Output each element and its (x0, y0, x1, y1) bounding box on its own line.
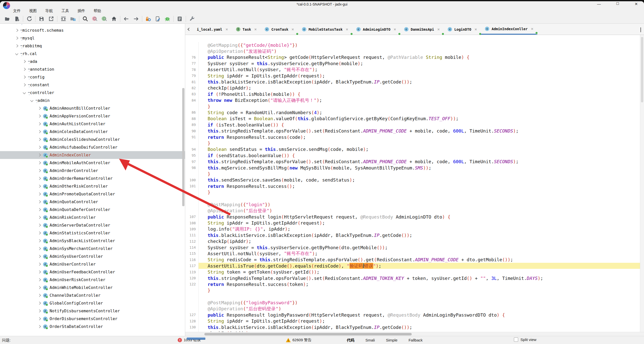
menu-item-1[interactable]: 文件 (13, 9, 21, 13)
tree-item-GlobalConfigController[interactable]: cGlobalConfigController (0, 299, 185, 307)
packages-view-icon[interactable] (68, 15, 78, 23)
expand-chevron-icon[interactable] (38, 169, 41, 172)
expand-chevron-icon[interactable] (38, 231, 41, 235)
tab-close-icon[interactable]: × (346, 27, 348, 32)
tree-item-config[interactable]: config (0, 73, 185, 81)
tree-item-AdminRiskController[interactable]: cAdminRiskController (0, 213, 185, 221)
expand-chevron-icon[interactable] (38, 138, 41, 141)
expand-chevron-icon[interactable] (38, 177, 41, 180)
expand-chevron-icon[interactable] (38, 192, 41, 196)
expand-chevron-icon[interactable] (38, 130, 41, 133)
tree-item-OrderStaDataController[interactable]: cOrderStaDataController (0, 323, 185, 330)
menu-item-2[interactable]: 视图 (29, 9, 37, 13)
close-button[interactable]: ✕ (633, 2, 639, 6)
split-view-checkbox[interactable] (514, 337, 518, 342)
menu-item-4[interactable]: 工具 (61, 9, 69, 13)
tree-item-annotation[interactable]: annotation (0, 65, 185, 73)
tree-item-AdminAuthListController[interactable]: cAdminAuthListController (0, 120, 185, 128)
editor-tab-DanmiSmsApi[interactable]: cDanmiSmsApi× (400, 24, 444, 35)
tree-item-rabbitmq[interactable]: rabbitmq (0, 42, 185, 50)
export-icon[interactable] (46, 15, 56, 23)
code-view-tab-代码[interactable]: 代码 (347, 338, 354, 343)
add-files-icon[interactable] (12, 15, 22, 23)
expand-chevron-icon[interactable] (38, 294, 41, 297)
editor-tab-AdminIndexConller[interactable]: cAdminIndexConller× (481, 24, 537, 35)
expand-chevron-icon[interactable] (38, 325, 41, 328)
tree-item-microsoft.schemas[interactable]: microsoft.schemas (0, 26, 185, 34)
tree-item-AdminSysUserController[interactable]: cAdminSysUserController (0, 252, 185, 260)
expand-chevron-icon[interactable] (38, 153, 41, 157)
tree-item-controller[interactable]: controller (0, 89, 185, 97)
tab-close-icon[interactable]: × (437, 27, 440, 32)
tree-item-AdminQuotaDeferController[interactable]: cAdminQuotaDeferController (0, 206, 185, 213)
expand-chevron-icon[interactable] (38, 286, 41, 289)
expand-chevron-icon[interactable] (38, 309, 41, 313)
editor-vertical-scrollbar[interactable] (640, 35, 644, 332)
expand-chevron-icon[interactable] (38, 208, 41, 211)
expand-chevron-icon[interactable] (23, 75, 26, 79)
expand-chevron-icon[interactable] (23, 68, 26, 71)
tree-item-AdminServerDataController[interactable]: cAdminServerDataController (0, 221, 185, 229)
log-viewer-icon[interactable] (175, 15, 184, 23)
expand-chevron-icon[interactable] (38, 302, 41, 305)
tree-item-AdminUserFeedbackController[interactable]: cAdminUserFeedbackController (0, 268, 185, 276)
tree-item-AdminAppVersionController[interactable]: cAdminAppVersionController (0, 112, 185, 120)
expand-chevron-icon[interactable] (15, 29, 18, 32)
expand-chevron-icon[interactable] (15, 44, 18, 48)
expand-chevron-icon[interactable] (38, 239, 41, 242)
forward-icon[interactable] (131, 15, 141, 23)
code-view-tab-Smali[interactable]: Smali (365, 338, 375, 343)
settings-wrench-icon[interactable] (187, 15, 197, 23)
home-icon[interactable] (109, 15, 119, 23)
expand-chevron-icon[interactable] (38, 224, 41, 227)
expand-chevron-icon[interactable] (38, 146, 41, 149)
expand-chevron-icon[interactable] (23, 60, 26, 63)
tree-item-OrderDisbursementsController[interactable]: cOrderDisbursementsController (0, 315, 185, 323)
tree-item-AdminOtherRiskController[interactable]: cAdminOtherRiskController (0, 182, 185, 190)
editor-tab-MobileStatusTask[interactable]: cMobileStatusTask× (298, 24, 352, 35)
expand-chevron-icon[interactable] (38, 122, 41, 125)
tree-item-AdminAmountBillController[interactable]: cAdminAmountBillController (0, 104, 185, 112)
back-icon[interactable] (122, 15, 131, 23)
editor-horizontal-scrollbar[interactable] (185, 332, 644, 336)
expand-chevron-icon[interactable] (38, 200, 41, 203)
collapse-chevron-icon[interactable] (23, 91, 26, 94)
reload-icon[interactable] (24, 15, 34, 23)
expand-chevron-icon[interactable] (15, 36, 18, 40)
mobile-sign-icon[interactable] (153, 15, 163, 23)
tree-item-AdminSysBlackListController[interactable]: cAdminSysBlackListController (0, 237, 185, 245)
tree-item-admin[interactable]: admin (0, 97, 185, 104)
expand-chevron-icon[interactable] (38, 161, 41, 164)
save-all-icon[interactable] (37, 15, 46, 23)
tab-list-dropdown-button[interactable] (640, 27, 641, 32)
tree-item-NotifyDisbursementsController[interactable]: cNotifyDisbursementsController (0, 307, 185, 315)
expand-chevron-icon[interactable] (38, 255, 41, 258)
tree-vertical-scrollbar[interactable] (182, 88, 184, 206)
tree-item-rh.cal[interactable]: rh.cal (0, 50, 185, 58)
editor-tab-LoginDTO[interactable]: cLoginDTO× (444, 24, 481, 35)
expand-chevron-icon[interactable] (38, 263, 41, 266)
expand-chevron-icon[interactable] (38, 247, 41, 250)
tree-item-AdminHuifubaoDaifuController[interactable]: cAdminHuifubaoDaifuController (0, 143, 185, 151)
tab-close-icon[interactable]: × (475, 27, 477, 32)
tab-close-icon[interactable]: × (254, 27, 257, 32)
tree-item-AdminMobileAuthController[interactable]: cAdminMobileAuthController (0, 159, 185, 167)
tree-item-ChannelDataController[interactable]: cChannelDataController (0, 291, 185, 299)
tree-item-AdminQuotaController[interactable]: cAdminQuotaController (0, 198, 185, 206)
maximize-button[interactable]: ☐ (614, 2, 621, 6)
tree-item-AdminUserController[interactable]: cAdminUserController (0, 260, 185, 268)
editor-tab-i_local.yaml[interactable]: i_local.yaml× (193, 24, 232, 35)
expand-chevron-icon[interactable] (38, 278, 41, 281)
deobfuscation-icon[interactable] (143, 15, 153, 23)
tree-item-AdminColesSlideshowController[interactable]: cAdminColesSlideshowController (0, 136, 185, 143)
editor-tab-CronTask[interactable]: cCronTask× (261, 24, 298, 35)
collapse-chevron-icon[interactable] (15, 52, 18, 55)
tree-item-AdminSysMerchantController[interactable]: cAdminSysMerchantController (0, 245, 185, 252)
expand-chevron-icon[interactable] (38, 107, 41, 110)
tree-item-ada[interactable]: ada (0, 58, 185, 65)
tab-close-icon[interactable]: × (292, 27, 294, 32)
tree-item-AdminUserRiskController[interactable]: cAdminUserRiskController (0, 276, 185, 284)
tree-item-AdminPromoteQuotaController[interactable]: cAdminPromoteQuotaController (0, 190, 185, 198)
tree-item-AdminColesDataController[interactable]: cAdminColesDataController (0, 128, 185, 136)
expand-chevron-icon[interactable] (38, 270, 41, 274)
